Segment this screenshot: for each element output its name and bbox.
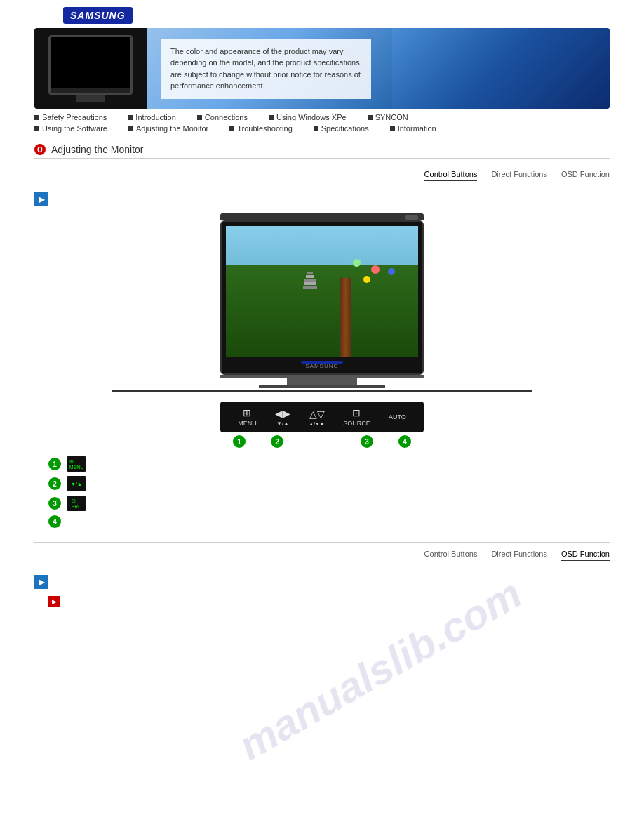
nav-using-software[interactable]: Using the Software [34,124,107,133]
hero-banner: The color and appearance of the product … [34,28,610,109]
monitor-stand [287,378,357,385]
tab-control-buttons-2[interactable]: Control Buttons [424,550,478,561]
monitor-diagram: SAMSUNG [220,220,424,375]
section-arrow-2: ▶ [34,575,48,589]
tab-osd-function-1[interactable]: OSD Function [561,170,610,181]
nav-bullet [128,126,133,131]
nav-bullet [34,126,39,131]
ctrl-num-4: 4 [398,435,411,448]
hero-description: The color and appearance of the product … [161,39,371,99]
monitor-screen [226,226,418,357]
nav-row-2: Using the Software Adjusting the Monitor… [34,123,610,134]
ctrl-num-1: 1 [233,435,246,448]
section-2-content: ▶ [48,596,610,607]
nav-adjusting-monitor[interactable]: Adjusting the Monitor [128,124,208,133]
nav-information[interactable]: Information [390,124,436,133]
item-1: 1 ⊞MENU [48,456,610,472]
tab-navigation-1: Control Buttons Direct Functions OSD Fun… [34,170,610,181]
item-num-3: 3 [48,497,61,510]
ctrl-num-2: 2 [271,435,283,448]
monitor-brand-label: SAMSUNG [305,363,338,369]
ctrl-num-3: 3 [361,435,373,448]
nav-bullet [368,115,373,120]
ctrl-source-btn: ⊡ SOURCE [343,407,370,427]
item-4: 4 [48,515,610,528]
tab-direct-functions-2[interactable]: Direct Functions [491,550,546,561]
item-2: 2 ▼/▲ [48,476,610,491]
monitor-diagram-container: SAMSUNG ⊞ MENU ◀▶ ▼/▲ △▽ ▲/ [34,213,610,448]
item-list: 1 ⊞MENU 2 ▼/▲ 3 ⊡SRC [48,456,610,528]
nav-bullet [197,115,202,120]
item-num-1: 1 [48,458,61,470]
nav-introduction[interactable]: Introduction [128,113,175,121]
tab-osd-function-2[interactable]: OSD Function [561,550,610,561]
item-icon-vol: ▼/▲ [67,476,86,491]
section-1: ▶ [34,192,610,528]
page-title-bar: O Adjusting the Monitor [34,144,610,159]
ctrl-numbers-row: 1 2 3 4 [220,435,424,448]
section-divider [34,542,610,543]
item-num-4: 4 [48,515,61,528]
section-arrow-1: ▶ [34,192,48,206]
tab-direct-functions-1[interactable]: Direct Functions [491,170,546,181]
nav-specifications[interactable]: Specifications [314,124,369,133]
ctrl-menu-btn: ⊞ MENU [238,407,257,427]
section-2: ▶ ▶ [34,575,610,607]
monitor-base [259,385,385,388]
navigation: Safety Precautions Introduction Connecti… [34,109,610,137]
nav-bullet [269,115,274,120]
item-icon-menu: ⊞MENU [67,456,86,472]
nav-row-1: Safety Precautions Introduction Connecti… [34,112,610,123]
nav-bullet [314,126,318,131]
tab-control-buttons-1[interactable]: Control Buttons [424,170,478,181]
nav-troubleshooting[interactable]: Troubleshooting [229,124,292,133]
nav-bullet [34,115,39,120]
page-title-icon: O [34,144,46,155]
ctrl-vol-btn: ◀▶ ▼/▲ [275,408,290,427]
nav-connections[interactable]: Connections [197,113,248,121]
nav-bullet [229,126,234,131]
page-title: Adjusting the Monitor [51,144,144,155]
sub-arrow: ▶ [48,596,60,607]
hero-monitor-image [34,28,147,109]
ctrl-auto-btn: AUTO [389,413,406,421]
item-3: 3 ⊡SRC [48,496,610,511]
nav-safety-precautions[interactable]: Safety Precautions [34,113,107,121]
content-area: O Adjusting the Monitor Control Buttons … [34,137,610,607]
control-buttons-bar: ⊞ MENU ◀▶ ▼/▲ △▽ ▲/▼► ⊡ SOURCE AUTO [220,402,424,432]
tab-navigation-2: Control Buttons Direct Functions OSD Fun… [34,550,610,561]
nav-syncon[interactable]: SYNCON [368,113,408,121]
ctrl-brightness-btn: △▽ ▲/▼► [309,409,325,426]
nav-bullet [390,126,395,131]
nav-bullet [128,115,133,120]
nav-windows-xpe[interactable]: Using Windows XPe [269,113,347,121]
samsung-logo: SAMSUNG [63,7,133,24]
item-num-2: 2 [48,477,61,490]
item-icon-source: ⊡SRC [67,496,86,511]
